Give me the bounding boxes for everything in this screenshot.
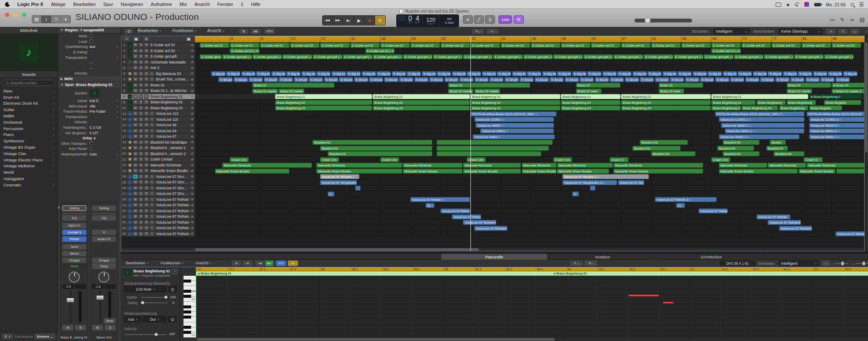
audio-region[interactable]: VoiceLive 98#01.6 ○ xyxy=(809,128,865,133)
apple-loops-icon[interactable]: ∞ xyxy=(850,17,854,23)
audio-region[interactable]: POTS-04-Afrika-Brass-18-01-2019-02_3#01.… xyxy=(715,111,805,116)
auto-track-zoom-button[interactable]: I xyxy=(838,28,848,34)
track-inspector-header[interactable]: ▼Spur: Brass Begleitung 01 xyxy=(58,82,120,88)
midi-region[interactable]: E-Guitar auf 02 xyxy=(260,43,289,48)
midi-region[interactable]: Brass 02 zweite Stim xyxy=(278,89,304,94)
midi-region[interactable]: Manuelle Snare Breaks xyxy=(557,169,609,174)
audio-region[interactable]: ↻ Brush T xyxy=(534,77,549,82)
editor-menu-funktionen[interactable]: Funktionen∨ xyxy=(161,261,184,265)
track-record-button[interactable]: R xyxy=(144,134,149,139)
midi-region[interactable]: VoiceLive 67 Strophe.1 ○ xyxy=(562,174,649,179)
midi-region[interactable]: Brass 01 xyxy=(787,83,831,88)
piano-black-key[interactable] xyxy=(184,305,191,308)
editor-pencil-tool[interactable]: ✎ ∨ xyxy=(584,261,597,266)
track-header-27[interactable]: 27→MSRIVoiceLive 67 Strophe xyxy=(121,191,195,197)
track-mute-button[interactable]: M xyxy=(133,146,138,150)
midi-in-button[interactable]: >● xyxy=(256,261,264,266)
track-solo-button[interactable]: S xyxy=(139,220,143,225)
⊙-slot[interactable]: ⊙ xyxy=(92,230,116,235)
midi-region[interactable] xyxy=(437,140,553,145)
audio-region[interactable]: ↻ Big Mar xyxy=(557,71,571,76)
midi-region[interactable]: Crash Cim xyxy=(711,157,730,162)
rewind-button[interactable]: ◀◀ xyxy=(322,15,333,25)
audio-region[interactable]: ↻ Big Mar xyxy=(271,71,286,76)
audio-region[interactable]: VoiceLive 67 Refrai xyxy=(440,208,470,213)
track-header-4[interactable]: 4~MSRAlchemists Wavetable xyxy=(121,60,195,66)
midi-region[interactable]: Manuelle Snare Breaks xyxy=(613,169,703,174)
track-symbol-icon[interactable]: ♪ xyxy=(90,89,99,97)
track-lane-28[interactable]: VoiceLive 67 Refrain ○VoiceLive 67 Refra… xyxy=(195,197,865,203)
apple-menu-icon[interactable] xyxy=(5,2,10,7)
track-header-9[interactable]: 9♪MSRBrass 02 z...te Stimme xyxy=(121,88,195,94)
scrollbar-thumb[interactable] xyxy=(197,338,555,341)
command-tool-selector[interactable]: + ∨ xyxy=(486,28,499,34)
drag-select[interactable]: Keine Überlapp.∨ xyxy=(779,28,823,34)
lcd-display[interactable]: 00 0TAKT 4BEAT 120 TEMPO 4/4 C-Dur ∨ xyxy=(396,14,459,27)
library-category-vintage-electric-piano[interactable]: Vintage Electric Piano› xyxy=(0,157,58,163)
track-mute-button[interactable]: M xyxy=(133,117,138,122)
track-solo-button[interactable]: S xyxy=(139,214,143,219)
link-button[interactable]: ∞ xyxy=(288,261,298,266)
audio-region[interactable]: ↻ Big Mar xyxy=(587,71,601,76)
track-solo-button[interactable]: S xyxy=(139,191,143,196)
track-record-button[interactable]: R xyxy=(144,152,149,156)
track-lane-29[interactable]: VoVo xyxy=(195,202,865,208)
scrollbar-thumb[interactable] xyxy=(865,42,868,152)
zoom-window-button[interactable] xyxy=(22,13,26,17)
audio-region[interactable]: V xyxy=(572,191,579,197)
audio-region[interactable]: ↻ Brush T xyxy=(309,77,323,82)
midi-region[interactable] xyxy=(437,151,541,156)
audio-region[interactable]: VoiceLive 94#01.7 ○ xyxy=(809,134,865,139)
audio-region[interactable]: ↻ Brush T xyxy=(655,77,669,82)
midi-region[interactable]: Brass Begleitung 03 xyxy=(561,105,620,111)
low-latency-button[interactable]: ╱ xyxy=(474,15,484,24)
track-record-button[interactable]: R xyxy=(144,49,149,53)
editor-snap-select[interactable]: Intelligent∨ xyxy=(779,261,819,266)
library-category-percussion[interactable]: Percussion› xyxy=(0,125,58,132)
piano-black-key[interactable] xyxy=(184,331,191,334)
track-input-monitor-button[interactable]: I xyxy=(150,77,154,81)
midi-region[interactable]: Brass Begleitung xyxy=(787,100,816,105)
midi-region[interactable]: Brass Begleitung 02 xyxy=(711,100,756,105)
scale-apply-button[interactable]: Q xyxy=(168,316,177,322)
inspector-row-label[interactable]: Delay ∨ xyxy=(83,136,96,140)
waveform-zoom-button[interactable]: ≈ xyxy=(826,28,836,34)
track-mute-button[interactable]: M xyxy=(133,152,138,156)
midi-region[interactable]: Manuelle Snare Breaks xyxy=(463,169,521,174)
track-record-button[interactable]: R xyxy=(144,54,149,58)
library-category-world[interactable]: World› xyxy=(0,169,58,175)
audio-region[interactable]: ↻ Brush T xyxy=(429,77,443,82)
track-header-23[interactable]: 23▦MSRManuelle Snare Breaks xyxy=(121,168,195,174)
library-category-cinematic[interactable]: Cinematic› xyxy=(0,182,58,188)
midi-region[interactable]: Brass Begleitung 03 xyxy=(621,105,711,111)
midi-region[interactable]: Brass Begleitu xyxy=(809,105,842,111)
midi-region[interactable]: E-Guitar gezupft (-12 xyxy=(282,54,312,59)
midi-region[interactable]: Manuelle Rimshots xyxy=(719,163,767,168)
inspector-row-value[interactable]: Pre-Fader xyxy=(89,109,106,114)
midi-region[interactable]: E-Guitar auf 02 (-12) xyxy=(365,48,395,53)
menu-item-1[interactable]: 1 xyxy=(241,2,243,7)
event-list-icon[interactable]: ≔ xyxy=(243,261,252,266)
audio-region[interactable]: ↻ Brush T xyxy=(700,77,714,82)
scrollbar-thumb[interactable] xyxy=(195,248,479,251)
audio-region[interactable]: VoiceLive 98#01.1 ○ xyxy=(725,128,804,133)
solo-button[interactable]: S xyxy=(75,325,86,330)
track-input-monitor-button[interactable]: I xyxy=(150,186,154,190)
midi-region[interactable]: Brass Begleitung 03 xyxy=(275,105,372,111)
audio-region[interactable]: VoiceLive 122#01.6 ○ xyxy=(809,117,865,122)
midi-region[interactable]: Manuelle Snare Breaks xyxy=(215,169,289,174)
audio-region[interactable]: VoiceLive 122#01.1 ○ xyxy=(719,117,805,122)
tab-pianorolle[interactable]: Pianorolle xyxy=(441,254,548,260)
midi-region[interactable]: E-Guitar gezupft (-12 xyxy=(312,54,342,59)
audio-region[interactable]: ↻ Big Mar xyxy=(497,71,511,76)
track-solo-button[interactable]: S xyxy=(139,100,143,104)
midi-region[interactable] xyxy=(437,146,549,151)
audio-region[interactable]: ↻ Big Mar xyxy=(316,71,331,76)
track-record-button[interactable]: R xyxy=(144,226,149,230)
midi-region[interactable]: Brass Begleitung 01 xyxy=(275,94,372,99)
audio-region[interactable]: ↻ Brush T xyxy=(369,77,383,82)
stereo-slot[interactable]: Stereo xyxy=(62,251,86,256)
midi-region[interactable]: Brass 01 xyxy=(252,83,334,88)
library-category-vintage-clav[interactable]: Vintage Clav› xyxy=(0,150,58,157)
track-record-button[interactable]: R xyxy=(144,77,149,81)
